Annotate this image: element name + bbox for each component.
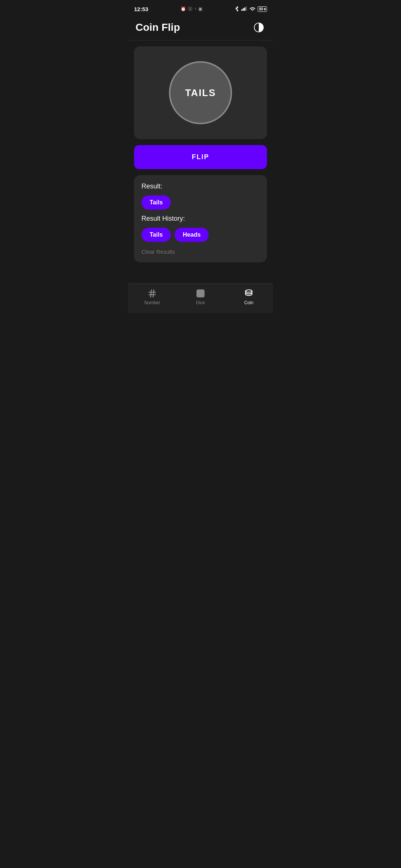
- clear-results-button[interactable]: Clear Results: [141, 247, 260, 255]
- svg-point-10: [199, 291, 200, 292]
- svg-line-7: [151, 290, 151, 297]
- svg-rect-0: [241, 9, 242, 11]
- battery-icon: 80: [258, 6, 267, 12]
- theme-toggle-icon: [254, 22, 264, 33]
- svg-rect-3: [246, 6, 247, 11]
- main-content: TAILS FLIP Result: Tails Result History:…: [128, 40, 273, 276]
- nav-label-coin: Coin: [244, 300, 254, 305]
- android-icon: Ⓐ: [188, 6, 192, 12]
- history-badge-1: Heads: [175, 228, 209, 242]
- status-bar: 12:53 ⏰ Ⓐ ↑ ▣ 80: [128, 0, 273, 16]
- svg-line-8: [153, 290, 154, 297]
- alarm-icon: ⏰: [180, 6, 186, 11]
- status-time: 12:53: [134, 6, 148, 12]
- svg-point-12: [199, 294, 200, 295]
- wifi-icon: [250, 6, 255, 12]
- spacer: [128, 276, 273, 284]
- svg-rect-2: [244, 7, 245, 11]
- nav-item-number[interactable]: Number: [128, 288, 176, 305]
- status-right-icons: 80: [235, 6, 267, 13]
- svg-point-15: [245, 290, 252, 292]
- coin-nav-icon: [244, 288, 254, 299]
- results-card: Result: Tails Result History: Tails Head…: [134, 175, 267, 262]
- theme-toggle-button[interactable]: [252, 21, 265, 34]
- history-badges: Tails Heads: [141, 228, 260, 242]
- nav-item-dice[interactable]: Dice: [176, 288, 225, 305]
- bluetooth-icon: [235, 6, 239, 13]
- number-icon: [147, 288, 157, 299]
- app-header: Coin Flip: [128, 16, 273, 40]
- svg-point-11: [201, 291, 202, 292]
- coin-circle: TAILS: [169, 61, 232, 124]
- page-title: Coin Flip: [136, 22, 180, 33]
- coin-result-text: TAILS: [185, 87, 216, 99]
- dice-icon: [195, 288, 206, 299]
- bottom-nav: Number Dice Coin: [128, 283, 273, 313]
- svg-rect-1: [243, 8, 244, 11]
- notification-icon: ▣: [198, 6, 202, 11]
- flip-button[interactable]: FLIP: [134, 145, 267, 169]
- svg-point-13: [201, 294, 202, 295]
- nav-label-dice: Dice: [196, 300, 205, 305]
- result-label: Result:: [141, 183, 260, 190]
- signal-icon: [241, 6, 247, 12]
- current-result-badge: Tails: [141, 195, 171, 210]
- svg-point-14: [200, 293, 201, 294]
- coin-display-card: TAILS: [134, 46, 267, 139]
- nav-item-coin[interactable]: Coin: [225, 288, 273, 305]
- nav-label-number: Number: [144, 300, 160, 305]
- status-left-icons: ⏰ Ⓐ ↑ ▣: [180, 6, 202, 12]
- upload-icon: ↑: [194, 6, 196, 11]
- current-result-badges: Tails: [141, 195, 260, 210]
- history-badge-0: Tails: [141, 228, 171, 242]
- history-label: Result History:: [141, 215, 260, 223]
